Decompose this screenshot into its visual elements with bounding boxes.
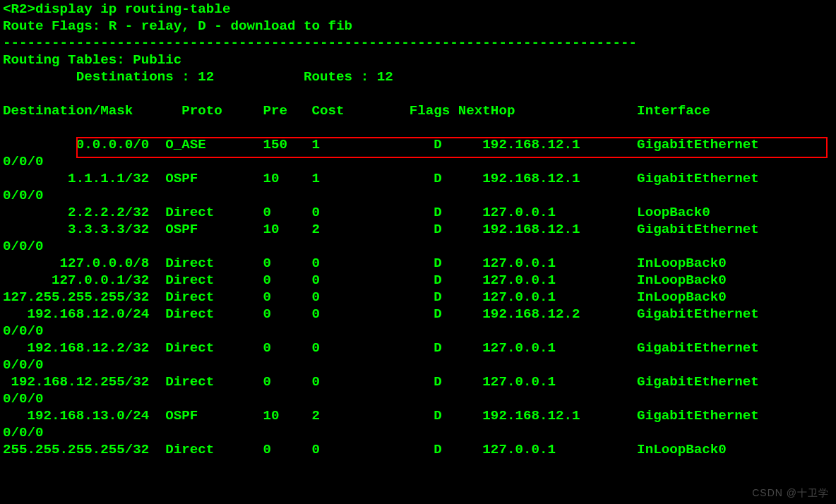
command-line: <R2>display ip routing-table: [3, 3, 833, 20]
route-row: 1.1.1.1/32 OSPF 10 1 D 192.168.12.1 Giga…: [3, 172, 833, 189]
counts-line: Destinations : 12 Routes : 12: [3, 71, 833, 88]
route-row: 127.255.255.255/32 Direct 0 0 D 127.0.0.…: [3, 291, 833, 308]
terminal-output: <R2>display ip routing-tableRoute Flags:…: [0, 0, 836, 463]
watermark-text: CSDN @十卫学: [752, 487, 829, 500]
tables-line: Routing Tables: Public: [3, 54, 833, 71]
route-row-wrap: 0/0/0: [3, 426, 833, 443]
route-row-wrap: 0/0/0: [3, 189, 833, 206]
route-row: 192.168.13.0/24 OSPF 10 2 D 192.168.12.1…: [3, 409, 833, 426]
route-row: 127.0.0.1/32 Direct 0 0 D 127.0.0.1 InLo…: [3, 274, 833, 291]
route-row-wrap: 0/0/0: [3, 392, 833, 409]
route-row-wrap: 0/0/0: [3, 359, 833, 376]
separator-line: ----------------------------------------…: [3, 37, 833, 54]
route-row-wrap: 0/0/0: [3, 240, 833, 257]
route-row: 0.0.0.0/0 O_ASE 150 1 D 192.168.12.1 Gig…: [3, 138, 833, 155]
blank-line: [3, 88, 833, 104]
route-row: 192.168.12.2/32 Direct 0 0 D 127.0.0.1 G…: [3, 342, 833, 359]
flags-line: Route Flags: R - relay, D - download to …: [3, 20, 833, 37]
route-row: 255.255.255.255/32 Direct 0 0 D 127.0.0.…: [3, 443, 833, 460]
route-row: 2.2.2.2/32 Direct 0 0 D 127.0.0.1 LoopBa…: [3, 206, 833, 223]
route-row: 3.3.3.3/32 OSPF 10 2 D 192.168.12.1 Giga…: [3, 223, 833, 240]
blank-line: [3, 121, 833, 138]
route-row: 192.168.12.0/24 Direct 0 0 D 192.168.12.…: [3, 308, 833, 325]
header-line: Destination/Mask Proto Pre Cost Flags Ne…: [3, 104, 833, 121]
route-row-wrap: 0/0/0: [3, 155, 833, 172]
route-row: 192.168.12.255/32 Direct 0 0 D 127.0.0.1…: [3, 376, 833, 392]
route-row: 127.0.0.0/8 Direct 0 0 D 127.0.0.1 InLoo…: [3, 257, 833, 274]
route-row-wrap: 0/0/0: [3, 325, 833, 342]
